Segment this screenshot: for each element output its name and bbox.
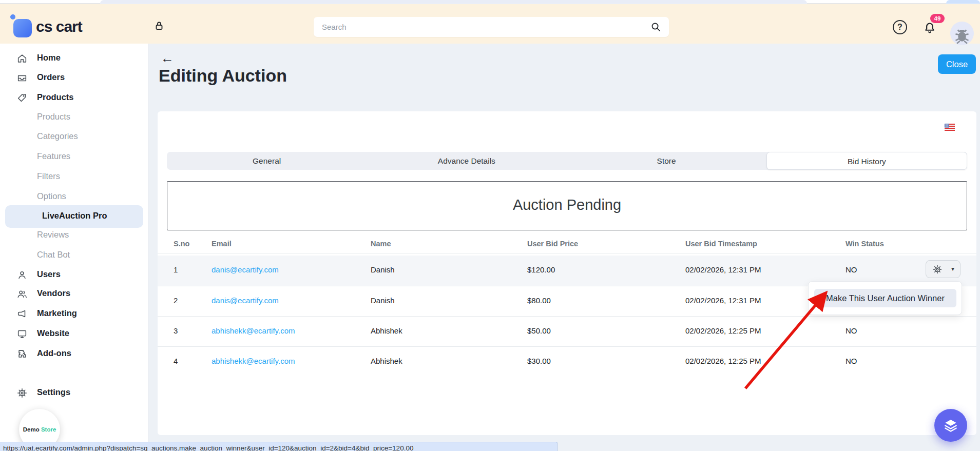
row-timestamp: 02/02/2026, 12:25 PM	[685, 326, 761, 335]
col-win-status: Win Status	[846, 240, 884, 248]
col-timestamp: User Bid Timestamp	[685, 240, 757, 248]
row-timestamp: 02/02/2026, 12:31 PM	[685, 296, 761, 305]
row-actions-button[interactable]: ▾	[926, 260, 960, 278]
row-email-link[interactable]: danis@ecartify.com	[212, 265, 279, 274]
sidebar-item-website[interactable]: Website	[0, 324, 148, 344]
top-header: cs cart ? 49	[0, 4, 980, 44]
lock-icon[interactable]	[153, 19, 165, 34]
gear-icon	[932, 264, 943, 274]
row-name: Danish	[371, 296, 395, 305]
home-icon	[16, 53, 28, 66]
search-input[interactable]	[314, 17, 669, 37]
sidebar-item-marketing[interactable]: Marketing	[0, 304, 148, 324]
row-email-link[interactable]: abhishekk@ecartify.com	[212, 357, 295, 365]
sidebar-item-users[interactable]: Users	[0, 265, 148, 285]
col-sno: S.no	[174, 240, 189, 248]
tab-store[interactable]: Store	[567, 152, 766, 170]
row-win-status: NO	[846, 357, 857, 365]
chevron-down-icon: ▾	[951, 265, 954, 272]
make-auction-winner-menu-item[interactable]: Make This User Auction Winner	[814, 289, 956, 307]
row-win-status: NO	[846, 265, 857, 274]
sidebar-item-orders[interactable]: Orders	[0, 68, 148, 88]
table-row: 3 abhishekk@ecartify.com Abhishek $50.00…	[158, 316, 976, 346]
row-price: $120.00	[527, 265, 555, 274]
tab-general[interactable]: General	[167, 152, 367, 170]
sidebar-item-settings[interactable]: Settings	[0, 383, 148, 403]
browser-tab-shape	[100, 0, 807, 4]
bug-icon	[952, 25, 972, 45]
layers-icon	[943, 417, 959, 434]
row-timestamp: 02/02/2026, 12:25 PM	[685, 357, 761, 365]
sidebar-subitem-reviews[interactable]: Reviews	[0, 226, 148, 245]
search-icon[interactable]	[650, 21, 662, 35]
sidebar-subitem-categories[interactable]: Categories	[0, 127, 148, 147]
tab-bid-history[interactable]: Bid History	[766, 152, 967, 170]
search-bar	[314, 17, 669, 37]
sidebar-item-vendors[interactable]: Vendors	[0, 284, 148, 304]
row-sno: 2	[174, 296, 178, 305]
user-icon	[16, 269, 28, 283]
gear-icon	[16, 387, 28, 401]
sidebar-subitem-features[interactable]: Features	[0, 147, 148, 167]
sidebar-subitem-filters[interactable]: Filters	[0, 167, 148, 187]
sidebar-subitem-products[interactable]: Products	[0, 108, 148, 127]
row-sno: 1	[174, 265, 178, 274]
sidebar-item-home[interactable]: Home	[0, 49, 148, 68]
row-win-status: NO	[846, 326, 857, 335]
status-url: https://uat.ecartify.com/admin.php?dispa…	[3, 444, 413, 451]
col-name: Name	[371, 240, 391, 248]
notifications-bell-icon[interactable]	[923, 21, 937, 37]
tag-icon	[16, 92, 28, 106]
orders-icon	[16, 72, 28, 86]
row-email-link[interactable]: abhishekk@ecartify.com	[212, 326, 295, 335]
sidebar-item-products[interactable]: Products	[0, 88, 148, 108]
browser-tab-strip	[0, 0, 980, 4]
row-name: Abhishek	[371, 357, 402, 365]
app-root: cs cart ? 49 Home	[0, 0, 980, 451]
user-avatar[interactable]	[950, 22, 974, 45]
browser-tab-shape-right	[946, 0, 980, 4]
row-sno: 3	[174, 326, 178, 335]
puzzle-icon	[16, 348, 28, 362]
notification-count-badge: 49	[930, 14, 945, 23]
us-flag-language-icon[interactable]	[945, 124, 955, 133]
row-price: $80.00	[527, 296, 551, 305]
row-email-link[interactable]: danis@ecartify.com	[212, 296, 279, 305]
table-header: S.no Email Name User Bid Price User Bid …	[158, 237, 976, 253]
row-name: Danish	[371, 265, 395, 274]
megaphone-icon	[16, 308, 28, 322]
tab-bar: General Advance Details Store Bid Histor…	[167, 152, 967, 170]
col-price: User Bid Price	[527, 240, 578, 248]
auction-status-banner: Auction Pending	[167, 181, 967, 230]
row-sno: 4	[174, 357, 178, 365]
sidebar-item-add-ons[interactable]: Add-ons	[0, 344, 148, 364]
cscart-logo[interactable]: cs cart	[36, 18, 82, 35]
sidebar-subitem-liveauction-pro[interactable]: LiveAuction Pro	[5, 205, 143, 228]
row-price: $30.00	[527, 357, 551, 365]
browser-status-bar: https://uat.ecartify.com/admin.php?dispa…	[0, 442, 558, 451]
tab-advance-details[interactable]: Advance Details	[367, 152, 566, 170]
actions-dropdown-menu: Make This User Auction Winner	[808, 281, 962, 315]
auction-edit-card: General Advance Details Store Bid Histor…	[158, 111, 976, 435]
monitor-icon	[16, 328, 28, 342]
col-email: Email	[212, 240, 232, 248]
sidebar: Home Orders Products Products Categories…	[0, 44, 148, 451]
sidebar-subitem-chat-bot[interactable]: Chat Bot	[0, 246, 148, 265]
back-button[interactable]: ←	[161, 50, 177, 67]
row-name: Abhishek	[371, 326, 402, 335]
sidebar-subitem-options[interactable]: Options	[0, 187, 148, 207]
row-price: $50.00	[527, 326, 551, 335]
users-icon	[16, 288, 28, 302]
page-title: Editing Auction	[159, 66, 287, 86]
auction-status-text: Auction Pending	[167, 197, 967, 213]
row-timestamp: 02/02/2026, 12:31 PM	[685, 265, 761, 274]
logo-square-icon	[13, 19, 32, 37]
floating-layers-button[interactable]	[934, 409, 967, 442]
help-icon[interactable]: ?	[893, 20, 907, 34]
table-row: 4 abhishekk@ecartify.com Abhishek $30.00…	[158, 346, 976, 377]
close-button[interactable]: Close	[938, 54, 976, 74]
logo-dot-icon	[10, 14, 15, 19]
